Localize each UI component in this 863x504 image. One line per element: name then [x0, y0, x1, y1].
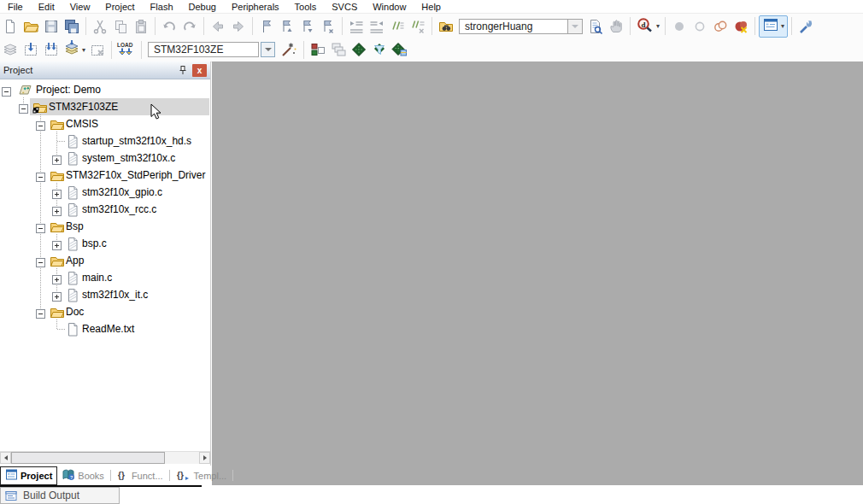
breakpoint-hollow-icon [691, 18, 708, 35]
triangle-left-icon [4, 455, 8, 460]
bookmark-next-icon [299, 18, 316, 35]
menu-item-project[interactable]: Project [97, 2, 142, 12]
manage-rte-button[interactable] [349, 39, 369, 60]
tree-item-bsp[interactable]: Bsp [0, 218, 209, 235]
start-debug-session-button[interactable]: d▾ [634, 16, 661, 37]
download-to-flash-button[interactable]: LOAD [115, 39, 138, 60]
previous-bookmark-button[interactable] [277, 16, 297, 37]
search-combo[interactable]: strongerHuang [459, 18, 583, 35]
rebuild-button[interactable] [41, 39, 62, 60]
target-select-combo-value[interactable]: STM32F103ZE [148, 42, 259, 57]
indent-right-button[interactable] [346, 16, 367, 37]
folder-icon [50, 168, 65, 185]
kill-all-breakpoints-button[interactable] [731, 16, 751, 37]
project-panel-header[interactable]: Project x [0, 62, 210, 79]
select-software-packs-button[interactable] [369, 39, 390, 60]
menu-item-window[interactable]: Window [365, 2, 414, 12]
tree-item-stm32f10x-rcc-c[interactable]: stm32f10x_rcc.c [0, 201, 209, 218]
disable-all-breakpoints-button[interactable] [710, 16, 731, 37]
menu-item-file[interactable]: File [0, 2, 31, 12]
enable-breakpoint-button[interactable] [690, 16, 710, 37]
tree-item-stm32f10x-gpio-c[interactable]: stm32f10x_gpio.c [0, 184, 209, 201]
scroll-right-button[interactable] [199, 452, 210, 464]
panel-tab-funct[interactable]: {}Funct... [113, 467, 167, 484]
tree-item-cmsis[interactable]: CMSIS [0, 115, 209, 132]
nav-back-icon [209, 18, 226, 35]
chevron-down-icon: ▾ [82, 46, 85, 54]
find-next-button[interactable] [585, 16, 606, 37]
tree-item-readme-txt[interactable]: ReadMe.txt [0, 320, 209, 337]
translate-button[interactable] [0, 39, 21, 60]
target-select-combo[interactable]: STM32F103ZE [148, 41, 275, 58]
clear-bookmarks-button[interactable] [318, 16, 338, 37]
menu-item-debug[interactable]: Debug [181, 2, 224, 12]
multi-project-workspace-button[interactable] [328, 39, 349, 60]
tree-item-main-c[interactable]: main.c [0, 269, 209, 286]
menu-item-tools[interactable]: Tools [287, 2, 325, 12]
search-combo-value[interactable]: strongerHuang [459, 19, 568, 34]
next-bookmark-button[interactable] [297, 16, 318, 37]
save-all-button[interactable] [62, 16, 82, 37]
search-combo-dropdown-button[interactable] [568, 19, 583, 34]
menu-item-peripherals[interactable]: Peripherals [224, 2, 287, 12]
close-panel-button[interactable]: x [192, 64, 207, 77]
tree-item-startup-stm32f10x-hd-s[interactable]: startup_stm32f10x_hd.s [0, 132, 209, 149]
tree-item-stm32f10x-stdperiph-driver[interactable]: STM32F10x_StdPeriph_Driver [0, 167, 209, 184]
build-button[interactable] [21, 39, 41, 60]
toggle-bookmark-button[interactable] [256, 16, 277, 37]
uncomment-selection-button[interactable] [408, 16, 428, 37]
indent-left-button[interactable] [367, 16, 387, 37]
grep-button[interactable] [606, 16, 626, 37]
menu-item-flash[interactable]: Flash [143, 2, 181, 12]
tree-item-stm32f103ze[interactable]: STM32F103ZE [0, 98, 209, 115]
stop-build-button[interactable] [87, 39, 108, 60]
auto-hide-pin-button[interactable] [177, 64, 189, 76]
batch-build-button[interactable]: ▾ [62, 39, 87, 60]
bookmark-clear-icon [320, 18, 337, 35]
triangle-right-icon [203, 455, 207, 460]
tree-item-project-demo[interactable]: Project: Demo [0, 81, 209, 98]
panel-tab-templ[interactable]: {}Templ... [172, 467, 232, 484]
tree-item-system-stm32f10x-c[interactable]: system_stm32f10x.c [0, 149, 209, 167]
scrollbar-thumb[interactable] [11, 452, 165, 464]
panel-tab-books[interactable]: ?Books [57, 467, 109, 484]
toolbar-separator [111, 41, 112, 59]
find-in-files-button[interactable] [436, 16, 456, 37]
menu-item-svcs[interactable]: SVCS [324, 2, 365, 12]
redo-button[interactable] [179, 16, 200, 37]
save-button[interactable] [41, 16, 62, 37]
tree-item-doc[interactable]: Doc [0, 303, 209, 320]
menu-item-view[interactable]: View [62, 2, 98, 12]
manage-project-items-button[interactable] [308, 39, 328, 60]
pack-installer-button[interactable] [390, 39, 410, 60]
open-file-button[interactable] [21, 16, 41, 37]
menu-item-help[interactable]: Help [414, 2, 449, 12]
tree-item-app[interactable]: App [0, 252, 209, 269]
tree-item-label: system_stm32f10x.c [82, 149, 175, 167]
paste-button[interactable] [131, 16, 151, 37]
copy-icon [112, 18, 129, 35]
svg-text:{}: {} [177, 471, 184, 480]
folder-icon [50, 220, 65, 237]
toolbar-separator [754, 17, 755, 35]
navigate-back-button[interactable] [208, 16, 228, 37]
panel-tab-project[interactable]: Project [0, 466, 57, 485]
editor-workspace-area [212, 62, 863, 485]
undo-button[interactable] [159, 16, 179, 37]
new-file-button[interactable] [0, 16, 21, 37]
comment-selection-button[interactable] [387, 16, 408, 37]
build-output-panel-header[interactable]: Build Output [0, 487, 120, 504]
horizontal-scrollbar[interactable] [0, 451, 210, 464]
insert-breakpoint-button[interactable] [669, 16, 690, 37]
target-select-combo-dropdown-button[interactable] [261, 42, 275, 57]
windows-view-button[interactable]: ▾ [759, 15, 788, 38]
cut-button[interactable] [90, 16, 110, 37]
tree-item-stm32f10x-it-c[interactable]: stm32f10x_it.c [0, 286, 209, 303]
scroll-left-button[interactable] [0, 452, 11, 464]
menu-item-edit[interactable]: Edit [31, 2, 62, 12]
copy-button[interactable] [110, 16, 131, 37]
tree-item-bsp-c[interactable]: bsp.c [0, 235, 209, 252]
navigate-forward-button[interactable] [228, 16, 249, 37]
options-for-target-button[interactable] [278, 39, 300, 60]
configuration-button[interactable] [795, 16, 816, 37]
